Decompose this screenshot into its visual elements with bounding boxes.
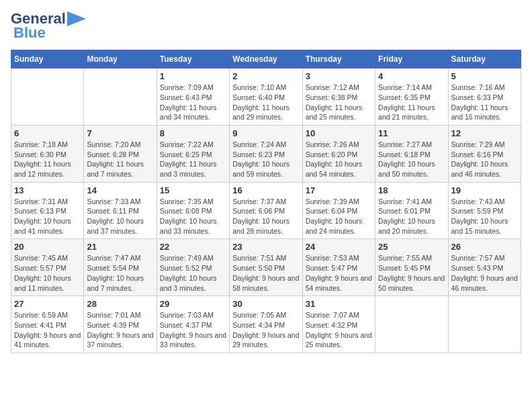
day-number: 14 <box>87 185 153 195</box>
daylight-text: Daylight: 11 hours and 16 minutes. <box>451 103 518 122</box>
sunset-text: Sunset: 6:38 PM <box>306 93 372 103</box>
sunrise-text: Sunrise: 7:22 AM <box>160 140 226 150</box>
day-info: Sunrise: 7:05 AMSunset: 4:34 PMDaylight:… <box>232 310 299 350</box>
sunset-text: Sunset: 4:41 PM <box>14 320 81 330</box>
day-info: Sunrise: 6:59 AMSunset: 4:41 PMDaylight:… <box>14 310 81 350</box>
day-number: 23 <box>232 242 299 252</box>
daylight-text: Daylight: 10 hours and 20 minutes. <box>378 216 445 236</box>
day-cell: 21Sunrise: 7:47 AMSunset: 5:54 PMDayligh… <box>84 239 157 296</box>
sunrise-text: Sunrise: 7:37 AM <box>232 197 299 207</box>
daylight-text: Daylight: 10 hours and 33 minutes. <box>160 216 226 236</box>
sunrise-text: Sunrise: 7:49 AM <box>160 253 226 263</box>
day-number: 25 <box>378 242 445 252</box>
sunrise-text: Sunrise: 7:51 AM <box>232 253 299 263</box>
daylight-text: Daylight: 9 hours and 46 minutes. <box>451 273 518 293</box>
daylight-text: Daylight: 11 hours and 21 minutes. <box>378 103 445 122</box>
sunrise-text: Sunrise: 7:31 AM <box>14 197 81 207</box>
sunrise-text: Sunrise: 7:26 AM <box>306 140 372 150</box>
day-cell <box>11 68 84 126</box>
sunset-text: Sunset: 6:25 PM <box>160 150 226 160</box>
day-number: 7 <box>87 128 153 138</box>
day-info: Sunrise: 7:20 AMSunset: 6:28 PMDaylight:… <box>87 140 153 179</box>
sunrise-text: Sunrise: 7:45 AM <box>14 253 81 263</box>
daylight-text: Daylight: 11 hours and 25 minutes. <box>306 103 372 122</box>
day-number: 18 <box>378 185 445 195</box>
day-number: 21 <box>87 242 153 252</box>
day-info: Sunrise: 7:16 AMSunset: 6:33 PMDaylight:… <box>451 83 518 122</box>
daylight-text: Daylight: 9 hours and 25 minutes. <box>306 330 372 350</box>
sunset-text: Sunset: 6:40 PM <box>232 93 299 103</box>
sunrise-text: Sunrise: 7:05 AM <box>232 310 299 320</box>
day-cell: 31Sunrise: 7:07 AMSunset: 4:32 PMDayligh… <box>302 296 375 353</box>
day-cell: 24Sunrise: 7:53 AMSunset: 5:47 PMDayligh… <box>302 239 375 296</box>
day-number: 12 <box>451 128 518 138</box>
sunset-text: Sunset: 5:47 PM <box>306 263 372 273</box>
sunset-text: Sunset: 5:43 PM <box>451 263 518 273</box>
weekday-header-row: SundayMondayTuesdayWednesdayThursdayFrid… <box>11 50 521 68</box>
sunset-text: Sunset: 6:20 PM <box>306 150 372 160</box>
week-row-2: 6Sunrise: 7:18 AMSunset: 6:30 PMDaylight… <box>11 125 521 182</box>
sunrise-text: Sunrise: 7:55 AM <box>378 253 445 263</box>
day-cell: 17Sunrise: 7:39 AMSunset: 6:04 PMDayligh… <box>302 182 375 239</box>
day-number: 6 <box>14 128 81 138</box>
day-info: Sunrise: 7:22 AMSunset: 6:25 PMDaylight:… <box>160 140 226 179</box>
sunrise-text: Sunrise: 7:27 AM <box>378 140 445 150</box>
day-info: Sunrise: 7:39 AMSunset: 6:04 PMDaylight:… <box>306 197 372 236</box>
day-cell: 18Sunrise: 7:41 AMSunset: 6:01 PMDayligh… <box>375 182 448 239</box>
sunset-text: Sunset: 4:39 PM <box>87 320 153 330</box>
day-info: Sunrise: 7:18 AMSunset: 6:30 PMDaylight:… <box>14 140 81 179</box>
day-cell: 16Sunrise: 7:37 AMSunset: 6:06 PMDayligh… <box>230 182 302 239</box>
sunrise-text: Sunrise: 7:16 AM <box>451 83 518 93</box>
day-number: 22 <box>160 242 226 252</box>
day-cell: 10Sunrise: 7:26 AMSunset: 6:20 PMDayligh… <box>302 125 375 182</box>
day-info: Sunrise: 7:27 AMSunset: 6:18 PMDaylight:… <box>378 140 445 179</box>
daylight-text: Daylight: 11 hours and 7 minutes. <box>87 159 153 179</box>
daylight-text: Daylight: 10 hours and 3 minutes. <box>160 273 226 293</box>
day-cell <box>375 296 448 353</box>
day-cell: 25Sunrise: 7:55 AMSunset: 5:45 PMDayligh… <box>375 239 448 296</box>
sunset-text: Sunset: 5:52 PM <box>160 263 226 273</box>
week-row-3: 13Sunrise: 7:31 AMSunset: 6:13 PMDayligh… <box>11 182 521 239</box>
daylight-text: Daylight: 11 hours and 29 minutes. <box>232 103 299 122</box>
day-number: 28 <box>87 299 153 309</box>
sunrise-text: Sunrise: 7:33 AM <box>87 197 153 207</box>
day-cell: 27Sunrise: 6:59 AMSunset: 4:41 PMDayligh… <box>11 296 84 353</box>
day-info: Sunrise: 7:26 AMSunset: 6:20 PMDaylight:… <box>306 140 372 179</box>
day-cell: 14Sunrise: 7:33 AMSunset: 6:11 PMDayligh… <box>84 182 157 239</box>
day-cell: 5Sunrise: 7:16 AMSunset: 6:33 PMDaylight… <box>448 68 521 126</box>
sunset-text: Sunset: 6:01 PM <box>378 206 445 216</box>
sunrise-text: Sunrise: 7:41 AM <box>378 197 445 207</box>
day-number: 26 <box>451 242 518 252</box>
sunset-text: Sunset: 6:30 PM <box>14 150 81 160</box>
day-info: Sunrise: 7:57 AMSunset: 5:43 PMDaylight:… <box>451 253 518 293</box>
day-number: 30 <box>232 299 299 309</box>
logo-icon <box>67 11 86 26</box>
day-cell: 20Sunrise: 7:45 AMSunset: 5:57 PMDayligh… <box>11 239 84 296</box>
daylight-text: Daylight: 10 hours and 15 minutes. <box>451 216 518 236</box>
sunset-text: Sunset: 6:43 PM <box>160 93 226 103</box>
weekday-header-saturday: Saturday <box>448 50 521 68</box>
day-cell: 22Sunrise: 7:49 AMSunset: 5:52 PMDayligh… <box>157 239 229 296</box>
day-number: 20 <box>14 242 81 252</box>
day-number: 8 <box>160 128 226 138</box>
day-number: 9 <box>232 128 299 138</box>
sunrise-text: Sunrise: 7:01 AM <box>87 310 153 320</box>
day-number: 17 <box>306 185 372 195</box>
day-cell: 8Sunrise: 7:22 AMSunset: 6:25 PMDaylight… <box>157 125 229 182</box>
daylight-text: Daylight: 10 hours and 50 minutes. <box>378 159 445 179</box>
daylight-text: Daylight: 10 hours and 7 minutes. <box>87 273 153 293</box>
day-number: 24 <box>306 242 372 252</box>
day-cell: 13Sunrise: 7:31 AMSunset: 6:13 PMDayligh… <box>11 182 84 239</box>
sunrise-text: Sunrise: 7:47 AM <box>87 253 153 263</box>
sunset-text: Sunset: 6:18 PM <box>378 150 445 160</box>
sunset-text: Sunset: 5:59 PM <box>451 206 518 216</box>
sunset-text: Sunset: 6:06 PM <box>232 206 299 216</box>
day-cell: 9Sunrise: 7:24 AMSunset: 6:23 PMDaylight… <box>230 125 302 182</box>
sunrise-text: Sunrise: 7:20 AM <box>87 140 153 150</box>
sunset-text: Sunset: 6:23 PM <box>232 150 299 160</box>
day-info: Sunrise: 7:24 AMSunset: 6:23 PMDaylight:… <box>232 140 299 179</box>
day-info: Sunrise: 7:43 AMSunset: 5:59 PMDaylight:… <box>451 197 518 236</box>
day-cell: 7Sunrise: 7:20 AMSunset: 6:28 PMDaylight… <box>84 125 157 182</box>
header: General Blue <box>11 11 521 42</box>
weekday-header-thursday: Thursday <box>302 50 375 68</box>
